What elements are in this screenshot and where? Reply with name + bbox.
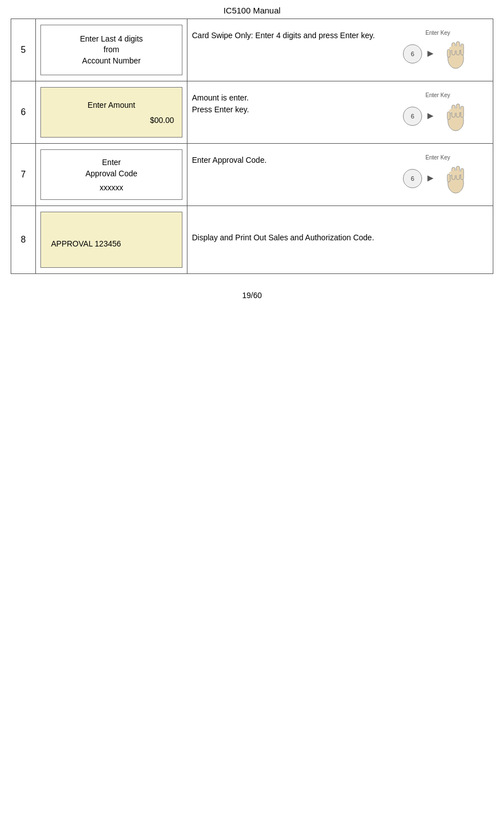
hand-icon-6 [439, 99, 473, 133]
screen-box-7: Enter Approval Code xxxxxx [40, 149, 182, 200]
svg-point-5 [449, 46, 462, 51]
circle-key-7: 6 [403, 169, 422, 188]
svg-rect-4 [447, 49, 450, 57]
desc-with-img-6: Amount is enter.Press Enter key. Enter K… [192, 92, 488, 133]
hand-container-6: 6 ► [403, 99, 473, 133]
key-label-6: Enter Key [425, 92, 450, 98]
table-row: 6 Enter Amount $00.00 Amount is enter.Pr… [11, 81, 493, 144]
table-row: 7 Enter Approval Code xxxxxx Enter Appro… [11, 144, 493, 206]
screen-cell-5: Enter Last 4 digits from Account Number [36, 19, 187, 81]
desc-cell-6: Amount is enter.Press Enter key. Enter K… [187, 81, 493, 144]
screen-cell-8: APPROVAL 123456 [36, 206, 187, 274]
key-label-5: Enter Key [425, 30, 450, 36]
svg-point-17 [449, 171, 462, 175]
svg-rect-16 [447, 174, 450, 182]
screen-amount-6: $00.00 [49, 116, 174, 125]
desc-right-7: Enter Key 6 ► [387, 154, 488, 195]
arrow-icon-7: ► [425, 172, 436, 184]
hand-container-7: 6 ► [403, 162, 473, 195]
hand-container-5: 6 ► [403, 37, 473, 71]
desc-text-8: Display and Print Out Sales and Authoriz… [192, 232, 488, 244]
hand-icon-7 [439, 162, 473, 195]
screen-approval-8: APPROVAL 123456 [49, 239, 174, 248]
table-row: 5 Enter Last 4 digits from Account Numbe… [11, 19, 493, 81]
desc-left-6: Amount is enter.Press Enter key. [192, 92, 387, 120]
desc-with-img-5: Card Swipe Only: Enter 4 digits and pres… [192, 30, 488, 71]
step-number: 5 [11, 19, 36, 81]
screen-cell-7: Enter Approval Code xxxxxx [36, 144, 187, 206]
desc-cell-8: Display and Print Out Sales and Authoriz… [187, 206, 493, 274]
desc-text-5: Card Swipe Only: Enter 4 digits and pres… [192, 30, 387, 42]
arrow-icon-6: ► [425, 110, 436, 122]
hand-icon-5 [439, 37, 473, 71]
screen-xxxxxx-7: xxxxxx [49, 183, 174, 192]
desc-right-5: Enter Key 6 ► [387, 30, 488, 71]
screen-title-6: Enter Amount [49, 100, 174, 111]
key-label-7: Enter Key [425, 154, 450, 161]
step-number: 8 [11, 206, 36, 274]
page-title: IC5100 Manual [0, 6, 504, 15]
desc-left-7: Enter Approval Code. [192, 154, 387, 171]
step-number: 7 [11, 144, 36, 206]
desc-text-7: Enter Approval Code. [192, 154, 387, 166]
desc-with-img-7: Enter Approval Code. Enter Key 6 ► [192, 154, 488, 195]
desc-cell-7: Enter Approval Code. Enter Key 6 ► [187, 144, 493, 206]
screen-text-5: Enter Last 4 digits from Account Number [49, 34, 174, 67]
svg-rect-10 [447, 112, 450, 120]
screen-box-6: Enter Amount $00.00 [40, 87, 182, 138]
svg-point-11 [449, 108, 462, 113]
manual-table: 5 Enter Last 4 digits from Account Numbe… [11, 19, 493, 274]
screen-cell-6: Enter Amount $00.00 [36, 81, 187, 144]
page-footer: 19/60 [242, 291, 262, 300]
step-number: 6 [11, 81, 36, 144]
desc-cell-5: Card Swipe Only: Enter 4 digits and pres… [187, 19, 493, 81]
screen-box-5: Enter Last 4 digits from Account Number [40, 25, 182, 75]
desc-right-6: Enter Key 6 ► [387, 92, 488, 133]
desc-text-6: Amount is enter.Press Enter key. [192, 92, 387, 116]
screen-box-8: APPROVAL 123456 [40, 212, 182, 268]
arrow-icon-5: ► [425, 48, 436, 60]
screen-title-7: Enter Approval Code [49, 157, 174, 179]
circle-key-6: 6 [403, 107, 422, 126]
table-row: 8 APPROVAL 123456 Display and Print Out … [11, 206, 493, 274]
desc-left-5: Card Swipe Only: Enter 4 digits and pres… [192, 30, 387, 46]
circle-key-5: 6 [403, 44, 422, 63]
